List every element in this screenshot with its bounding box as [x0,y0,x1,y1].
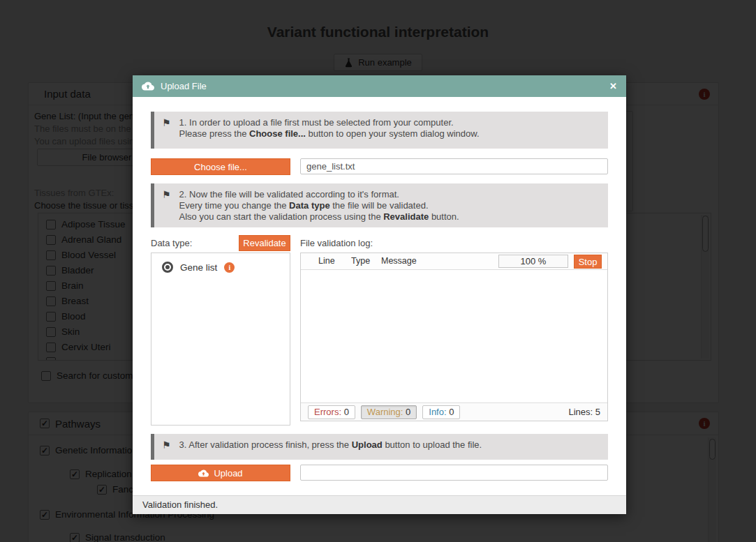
gene-list-option-label: Gene list [180,262,217,273]
step3-instruction: ⚑ 3. After validation process finish, pr… [151,434,608,460]
modal-title: Upload File [161,81,207,91]
step2-text: 2. Now the file will be validated accord… [179,189,459,222]
stop-button[interactable]: Stop [574,255,602,269]
flag-icon: ⚑ [162,439,171,454]
flag-icon: ⚑ [162,117,171,143]
log-table-footer: Errors: 0 Warning: 0 Info: 0 Lines: 5 [301,402,607,421]
data-type-box: Gene list i [151,253,290,426]
upload-file-modal: Upload File ✕ ⚑ 1. In order to upload a … [133,75,626,514]
validation-log-label: File validation log: [300,238,373,248]
modal-header: Upload File ✕ [133,75,626,97]
lines-count: Lines: 5 [568,407,600,417]
modal-footer-status: Validation finished. [133,495,626,514]
validation-log-table: Line Type Message 100 % Stop Errors: 0 W… [300,253,608,421]
step1-text: 1. In order to upload a file first must … [179,117,480,143]
info-icon[interactable]: i [224,262,235,273]
upload-button[interactable]: Upload [151,465,290,481]
info-badge[interactable]: Info: 0 [422,405,460,419]
validation-progress: 100 % [498,255,568,268]
modal-body: ⚑ 1. In order to upload a file first mus… [133,97,626,495]
log-col-line: Line [318,256,335,266]
revalidate-button[interactable]: Revalidate [239,235,290,251]
step2-instruction: ⚑ 2. Now the file will be validated acco… [151,183,608,227]
radio-selected-icon[interactable] [162,262,173,273]
upload-button-label: Upload [214,468,242,479]
choose-file-button[interactable]: Choose file... [151,158,290,175]
upload-path-input[interactable] [300,465,608,481]
log-table-header: Line Type Message 100 % Stop [301,253,607,270]
log-col-type: Type [351,256,370,266]
flag-icon: ⚑ [162,189,171,222]
warning-badge[interactable]: Warning: 0 [361,405,417,419]
file-name-input[interactable] [300,158,608,174]
cloud-upload-icon [198,469,209,477]
step3-text: 3. After validation process finish, pres… [179,439,482,454]
log-col-message: Message [381,256,417,266]
errors-badge[interactable]: Errors: 0 [308,405,355,419]
gene-list-option[interactable]: Gene list i [162,262,235,273]
step1-instruction: ⚑ 1. In order to upload a file first mus… [151,112,608,149]
close-icon[interactable]: ✕ [609,81,617,91]
cloud-upload-icon [142,82,154,91]
data-type-label: Data type: [151,238,192,248]
